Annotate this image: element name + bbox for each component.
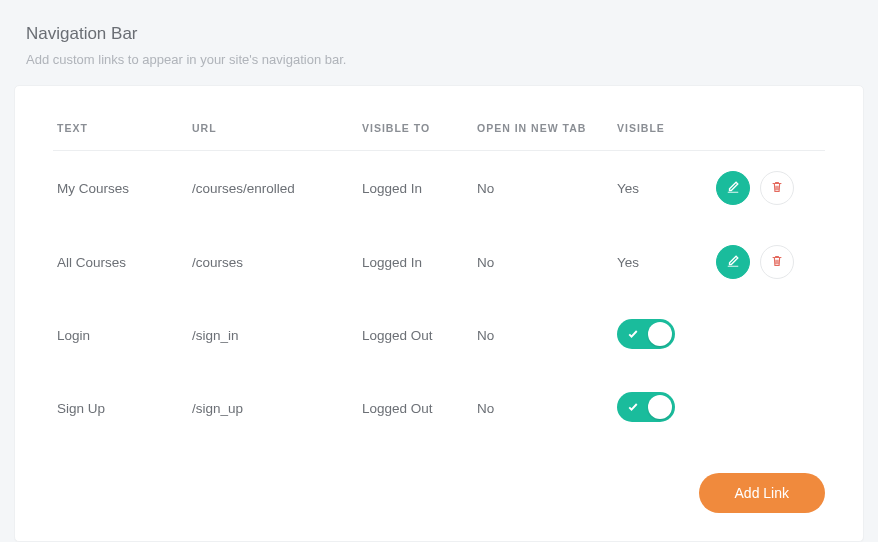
trash-icon	[770, 254, 784, 271]
delete-button[interactable]	[760, 245, 794, 279]
col-header-open-new-tab: OPEN IN NEW TAB	[473, 114, 613, 151]
table-row: All Courses /courses Logged In No Yes	[53, 225, 825, 299]
cell-visible	[613, 372, 708, 445]
col-header-url: URL	[188, 114, 358, 151]
col-header-actions	[708, 114, 825, 151]
add-link-button[interactable]: Add Link	[699, 473, 825, 513]
cell-text: My Courses	[53, 151, 188, 226]
nav-links-table: TEXT URL VISIBLE TO OPEN IN NEW TAB VISI…	[53, 114, 825, 445]
visible-toggle[interactable]	[617, 319, 675, 349]
trash-icon	[770, 180, 784, 197]
cell-visible: Yes	[613, 225, 708, 299]
edit-icon	[726, 180, 740, 197]
cell-open-new-tab: No	[473, 299, 613, 372]
cell-text: Login	[53, 299, 188, 372]
cell-url: /sign_in	[188, 299, 358, 372]
check-icon	[627, 328, 639, 340]
page-title: Navigation Bar	[26, 24, 864, 44]
nav-links-card: TEXT URL VISIBLE TO OPEN IN NEW TAB VISI…	[14, 85, 864, 542]
cell-text: Sign Up	[53, 372, 188, 445]
col-header-text: TEXT	[53, 114, 188, 151]
edit-button[interactable]	[716, 171, 750, 205]
cell-visible-to: Logged In	[358, 225, 473, 299]
cell-open-new-tab: No	[473, 151, 613, 226]
col-header-visible-to: VISIBLE TO	[358, 114, 473, 151]
table-header-row: TEXT URL VISIBLE TO OPEN IN NEW TAB VISI…	[53, 114, 825, 151]
cell-visible	[613, 299, 708, 372]
cell-url: /sign_up	[188, 372, 358, 445]
cell-url: /courses	[188, 225, 358, 299]
delete-button[interactable]	[760, 171, 794, 205]
toggle-knob	[648, 395, 672, 419]
edit-button[interactable]	[716, 245, 750, 279]
table-row: Sign Up /sign_up Logged Out No	[53, 372, 825, 445]
cell-visible-to: Logged Out	[358, 299, 473, 372]
card-footer: Add Link	[53, 473, 825, 513]
cell-open-new-tab: No	[473, 372, 613, 445]
visible-toggle[interactable]	[617, 392, 675, 422]
toggle-knob	[648, 322, 672, 346]
col-header-visible: VISIBLE	[613, 114, 708, 151]
cell-visible-to: Logged In	[358, 151, 473, 226]
page-subtitle: Add custom links to appear in your site'…	[26, 52, 864, 67]
cell-open-new-tab: No	[473, 225, 613, 299]
cell-text: All Courses	[53, 225, 188, 299]
cell-url: /courses/enrolled	[188, 151, 358, 226]
cell-visible: Yes	[613, 151, 708, 226]
edit-icon	[726, 254, 740, 271]
cell-visible-to: Logged Out	[358, 372, 473, 445]
table-row: Login /sign_in Logged Out No	[53, 299, 825, 372]
table-row: My Courses /courses/enrolled Logged In N…	[53, 151, 825, 226]
check-icon	[627, 401, 639, 413]
